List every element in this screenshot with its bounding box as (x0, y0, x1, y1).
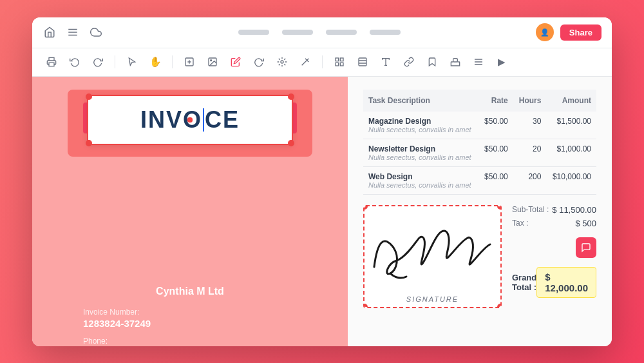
invoice-panel: Task Description Rate Hours Amount Magaz… (348, 77, 612, 346)
tab-pill-2 (282, 30, 313, 35)
separator-3 (322, 55, 323, 68)
share-button[interactable]: Share (560, 25, 601, 41)
table-row: Magazine Design Nulla senectus, convalli… (363, 112, 596, 139)
sig-handle-tl[interactable] (363, 205, 368, 210)
grid-icon[interactable] (330, 53, 348, 71)
sig-handle-bl[interactable] (363, 304, 368, 308)
grand-total-value: $ 12,000.00 (536, 267, 596, 298)
pan-icon[interactable]: ✋ (146, 53, 164, 71)
rate-cell-1: $50.00 (478, 112, 513, 139)
task-cell-1: Magazine Design Nulla senectus, convalli… (363, 112, 478, 139)
separator-2 (172, 55, 173, 68)
handle-tl[interactable] (86, 93, 92, 100)
signature-section: SIGNATURE Sub-Total : $ 11,500.00 Tax : … (363, 205, 596, 308)
redo-icon[interactable] (89, 53, 107, 71)
tab-pill-1 (238, 30, 269, 35)
top-bar-left (43, 25, 103, 39)
col-header-task: Task Description (363, 90, 478, 112)
doc-panel: INVOCE INVOCE Cynthia M Ltd Invoice Numb… (32, 77, 348, 346)
bookmark-icon[interactable] (423, 53, 441, 71)
invoice-table: Task Description Rate Hours Amount Magaz… (363, 90, 596, 195)
hours-cell-3: 200 (513, 166, 547, 194)
hours-cell-2: 20 (513, 139, 547, 166)
tab-pill-4 (370, 30, 401, 35)
grand-total-row: Grand Total : $ 12,000.00 (512, 267, 596, 298)
avatar: 👤 (536, 23, 554, 41)
amount-cell-3: $10,000.00 (546, 166, 596, 194)
text-part-2: CE (205, 106, 240, 133)
sig-handle-br[interactable] (497, 304, 502, 308)
subtotal-value: $ 11,500.00 (552, 205, 596, 215)
subtotal-row: Sub-Total : $ 11,500.00 (512, 205, 596, 215)
home-icon[interactable] (43, 25, 57, 39)
print-icon[interactable] (43, 53, 61, 71)
col-header-amount: Amount (546, 90, 596, 112)
signature-drawing (363, 215, 502, 293)
top-bar-right: 👤 Share (536, 23, 601, 41)
svg-rect-3 (49, 63, 54, 66)
tax-label: Tax : (512, 219, 528, 228)
toolbar: ✋ (32, 48, 612, 77)
task-cell-2: Newsletter Design Nulla senectus, conval… (363, 139, 478, 166)
more-icon[interactable] (469, 53, 488, 71)
handle-tr[interactable] (288, 93, 294, 100)
comment-icon[interactable] (576, 237, 596, 258)
grand-total-label: Grand Total : (512, 273, 536, 292)
svg-rect-16 (359, 58, 366, 66)
image-icon[interactable] (204, 53, 222, 71)
table-row: Web Design Nulla senectus, convallis in … (363, 166, 596, 194)
undo-icon[interactable] (66, 53, 84, 71)
tax-row: Tax : $ 500 (512, 219, 596, 228)
svg-rect-14 (336, 63, 339, 66)
svg-point-9 (281, 61, 283, 63)
rate-cell-3: $50.00 (478, 166, 513, 194)
col-header-rate: Rate (478, 90, 513, 112)
rotate-icon[interactable] (250, 53, 268, 71)
invoice-details: Invoice Number: 1283824-37249 Phone: 098… (83, 308, 297, 346)
svg-rect-13 (340, 58, 343, 61)
separator-1 (115, 55, 115, 68)
handle-br[interactable] (288, 140, 294, 146)
app-window: 👤 Share ✋ (32, 17, 612, 346)
amount-cell-1: $1,500.00 (546, 112, 596, 139)
cloud-icon[interactable] (89, 25, 103, 39)
text-cursor (203, 108, 204, 132)
subtotal-label: Sub-Total : (512, 205, 549, 214)
svg-line-10 (302, 59, 309, 66)
invoice-number-label: Invoice Number: (83, 308, 297, 317)
phone-label: Phone: (83, 337, 297, 346)
menu-icon[interactable] (66, 25, 80, 39)
top-bar-center (111, 30, 528, 35)
svg-rect-21 (453, 59, 458, 62)
shape-icon[interactable] (273, 53, 291, 71)
hours-cell-1: 30 (513, 112, 547, 139)
select-icon[interactable] (123, 53, 141, 71)
main-content: INVOCE INVOCE Cynthia M Ltd Invoice Numb… (32, 77, 612, 346)
invoice-edit-text: INVOCE (140, 106, 240, 133)
table-row: Newsletter Design Nulla senectus, conval… (363, 139, 596, 166)
text-icon[interactable] (377, 53, 395, 71)
company-name: Cynthia M Ltd (83, 286, 297, 297)
add-table-icon[interactable] (180, 53, 198, 71)
amount-cell-2: $1,000.00 (546, 139, 596, 166)
svg-point-8 (211, 60, 212, 61)
sig-handle-tr[interactable] (497, 205, 502, 210)
top-bar: 👤 Share (32, 17, 612, 48)
signature-label: SIGNATURE (406, 295, 459, 303)
svg-rect-15 (340, 63, 343, 66)
layout-icon[interactable] (354, 53, 372, 71)
task-cell-3: Web Design Nulla senectus, convallis in … (363, 166, 478, 194)
text-edit-box[interactable]: INVOCE (87, 95, 293, 145)
invoice-number-value: 1283824-37249 (83, 318, 297, 329)
edit-icon[interactable] (227, 53, 245, 71)
col-header-hours: Hours (513, 90, 547, 112)
annotate-icon[interactable] (296, 53, 314, 71)
next-icon[interactable]: ▶ (493, 53, 511, 71)
link-icon[interactable] (400, 53, 418, 71)
handle-bl[interactable] (86, 140, 92, 146)
tab-pill-3 (326, 30, 357, 35)
signature-box: SIGNATURE (363, 205, 502, 308)
totals-section: Sub-Total : $ 11,500.00 Tax : $ 500 Gran… (512, 205, 596, 298)
rate-cell-2: $50.00 (478, 139, 513, 166)
stamp-icon[interactable] (446, 53, 464, 71)
